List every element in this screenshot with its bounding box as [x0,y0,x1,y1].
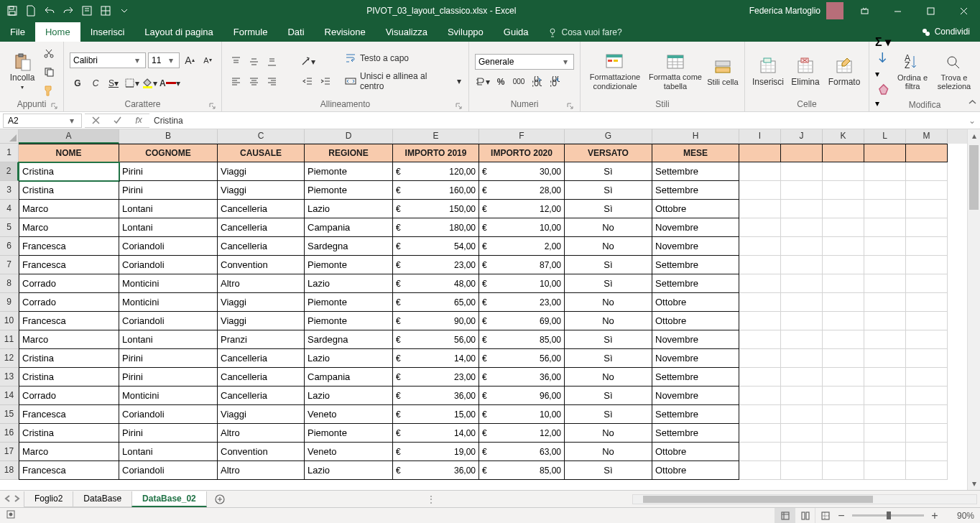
cell[interactable]: IMPORTO 2020 [479,144,565,162]
cell[interactable]: Settembre [652,368,739,387]
cell[interactable] [781,424,823,443]
row-header[interactable]: 7 [0,256,19,274]
cell[interactable] [781,368,823,387]
cell[interactable]: €10,00 [479,218,565,237]
minimize-icon[interactable] [881,0,914,22]
tab-layout-di-pagina[interactable]: Layout di pagina [134,22,223,42]
cell[interactable]: Francesca [19,461,119,480]
cell[interactable]: Piemonte [305,312,393,330]
zoom-slider[interactable] [852,514,924,517]
row-header[interactable]: 17 [0,443,19,461]
cell[interactable]: Convention [218,443,305,461]
cell[interactable] [906,368,948,387]
tab-revisione[interactable]: Revisione [315,22,376,42]
cell[interactable] [823,237,864,256]
cell[interactable]: Sì [565,405,652,424]
cell[interactable] [823,218,864,237]
cell[interactable]: €30,00 [479,162,565,181]
cell[interactable]: No [565,368,652,387]
cell[interactable] [781,443,823,461]
cell[interactable]: Convention [218,256,305,274]
cell[interactable] [781,181,823,200]
cell[interactable]: Sì [565,162,652,181]
cell[interactable] [864,293,906,312]
cell[interactable]: Sì [565,330,652,349]
cell[interactable]: Sardegna [305,330,393,349]
cell[interactable]: Lontani [119,330,218,349]
vscroll-thumb[interactable] [969,145,979,210]
enter-formula-icon[interactable] [106,116,128,125]
cell[interactable]: Coriandoli [119,237,218,256]
cell[interactable]: €85,00 [479,461,565,480]
cell[interactable]: Novembre [652,237,739,256]
cell[interactable] [823,387,864,405]
cell[interactable]: Lontani [119,200,218,218]
cell[interactable]: Marco [19,218,119,237]
conditional-formatting-button[interactable]: Formattazione condizionale [586,46,644,98]
cell[interactable] [906,443,948,461]
tab-file[interactable]: File [0,22,35,42]
cell[interactable]: COGNOME [119,144,218,162]
cell[interactable]: €56,00 [479,349,565,368]
number-format-select[interactable]: Generale▾ [475,54,574,70]
cell[interactable]: Settembre [652,162,739,181]
tell-me[interactable]: Cosa vuoi fare? [539,23,631,42]
cell[interactable]: Novembre [652,387,739,405]
vertical-scrollbar[interactable]: ▴ ▾ [967,129,980,490]
col-header-J[interactable]: J [781,129,823,144]
row-header[interactable]: 9 [0,293,19,312]
horizontal-scrollbar[interactable] [632,494,977,504]
cell[interactable]: €96,00 [479,387,565,405]
thousands-format-icon[interactable]: 000 [511,74,527,90]
new-icon[interactable] [22,1,40,21]
row-header[interactable]: 13 [0,368,19,387]
macro-record-icon[interactable] [6,509,16,522]
cell[interactable]: Viaggi [218,181,305,200]
font-color-icon[interactable]: A▾ [160,75,180,91]
insert-function-icon[interactable]: fx [128,115,149,126]
cell[interactable] [781,405,823,424]
cell[interactable]: Sì [565,461,652,480]
cell[interactable] [823,200,864,218]
row-header[interactable]: 4 [0,200,19,218]
cell[interactable]: Pirini [119,162,218,181]
number-dialog-icon[interactable] [565,101,575,111]
align-top-icon[interactable] [228,54,244,70]
cell[interactable]: €36,00 [479,368,565,387]
cell[interactable]: €87,00 [479,256,565,274]
cell[interactable]: Monticini [119,387,218,405]
cell[interactable] [781,349,823,368]
col-header-A[interactable]: A [19,129,119,144]
cell[interactable] [906,387,948,405]
qat-icon-5[interactable] [78,1,96,21]
cell[interactable]: Francesca [19,256,119,274]
sheet-nav-first-icon[interactable] [4,494,11,504]
cell[interactable]: Coriandoli [119,405,218,424]
increase-font-icon[interactable]: A▴ [182,52,198,68]
col-header-E[interactable]: E [393,129,479,144]
ribbon-options-icon[interactable] [848,0,881,22]
format-painter-icon[interactable] [40,82,57,99]
cell[interactable]: Veneto [305,405,393,424]
cell[interactable] [781,293,823,312]
cell[interactable]: €23,00 [479,293,565,312]
cell[interactable]: Marco [19,443,119,461]
cell[interactable]: €36,00 [393,461,479,480]
cell[interactable]: €160,00 [393,181,479,200]
underline-button[interactable]: S ▾ [106,75,121,91]
cell[interactable]: Sardegna [305,237,393,256]
cell[interactable] [864,424,906,443]
alignment-dialog-icon[interactable] [454,101,464,111]
zoom-level[interactable]: 90% [946,511,974,521]
cell[interactable]: €63,00 [479,443,565,461]
select-all-icon[interactable] [0,129,19,144]
cell[interactable] [739,424,781,443]
cell[interactable]: Settembre [652,424,739,443]
cell[interactable]: CAUSALE [218,144,305,162]
cell[interactable]: Coriandoli [119,461,218,480]
cell[interactable] [739,162,781,181]
col-header-C[interactable]: C [218,129,305,144]
cell[interactable]: €14,00 [393,349,479,368]
cell[interactable] [906,162,948,181]
row-header[interactable]: 16 [0,424,19,443]
